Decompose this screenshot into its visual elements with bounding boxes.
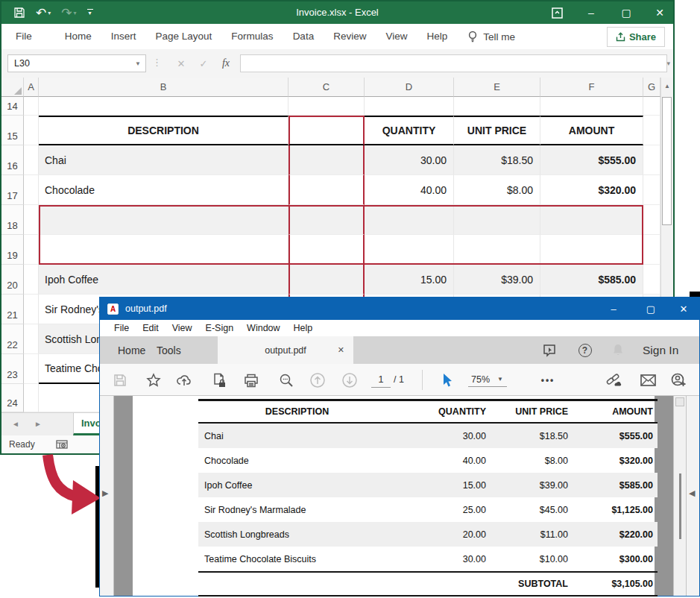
- menu-window[interactable]: Window: [240, 323, 286, 333]
- row-header[interactable]: 23: [1, 354, 24, 384]
- column-header-c[interactable]: C: [288, 78, 365, 97]
- sheet-nav-right-icon[interactable]: ►: [34, 420, 42, 428]
- tab-help[interactable]: Help: [417, 24, 457, 49]
- menu-esign[interactable]: E-Sign: [199, 323, 241, 333]
- pdf-vertical-scrollbar[interactable]: [673, 396, 686, 596]
- ribbon-display-options-icon[interactable]: [546, 1, 568, 24]
- acrobat-close-button[interactable]: ✕: [671, 298, 696, 320]
- tell-me-box[interactable]: Tell me: [467, 31, 515, 43]
- cell-amount[interactable]: $585.00: [540, 265, 643, 295]
- cell-amount[interactable]: $555.00: [540, 145, 643, 175]
- column-header-b[interactable]: B: [39, 78, 288, 97]
- excel-maximize-button[interactable]: ▢: [615, 1, 637, 24]
- tab-tools[interactable]: Tools: [157, 336, 181, 364]
- row-header[interactable]: 18: [1, 205, 24, 235]
- row-header[interactable]: 16: [1, 145, 24, 175]
- save-icon[interactable]: [110, 371, 130, 390]
- cell-c15[interactable]: [288, 116, 365, 145]
- insert-function-icon[interactable]: fx: [216, 54, 236, 72]
- column-header-e[interactable]: E: [454, 78, 540, 97]
- cell-price[interactable]: $8.00: [454, 175, 540, 205]
- cell-desc[interactable]: Chai: [39, 145, 288, 175]
- tab-data[interactable]: Data: [283, 24, 324, 49]
- row-header[interactable]: 15: [1, 116, 24, 145]
- cell-qty[interactable]: 40.00: [365, 175, 454, 205]
- page-lock-icon[interactable]: [209, 371, 229, 390]
- tab-home[interactable]: Home: [118, 336, 145, 364]
- row-header[interactable]: 14: [1, 97, 24, 116]
- row-header[interactable]: 19: [1, 235, 24, 265]
- column-header-f[interactable]: F: [540, 78, 643, 97]
- pdf-scrollbar-top[interactable]: [675, 397, 684, 406]
- acrobat-minimize-button[interactable]: –: [601, 298, 626, 320]
- scrollbar-thumb[interactable]: [662, 97, 672, 225]
- tab-review[interactable]: Review: [324, 24, 376, 49]
- profile-add-icon[interactable]: [669, 371, 688, 390]
- cell-description-header[interactable]: DESCRIPTION: [39, 116, 288, 145]
- cell-desc[interactable]: Chocolade: [39, 175, 288, 205]
- cell-qty[interactable]: 15.00: [365, 265, 454, 295]
- tab-file[interactable]: File: [6, 24, 42, 49]
- acrobat-maximize-button[interactable]: ▢: [638, 298, 663, 320]
- excel-close-button[interactable]: ✕: [649, 1, 671, 24]
- row-header[interactable]: 17: [1, 175, 24, 205]
- select-cursor-icon[interactable]: [437, 371, 456, 390]
- cancel-entry-icon[interactable]: ✕: [171, 54, 191, 72]
- expand-left-pane-icon[interactable]: ▶: [102, 488, 108, 498]
- email-icon[interactable]: [638, 371, 658, 390]
- right-pane-strip[interactable]: ◀: [686, 396, 699, 596]
- redo-button[interactable]: ↷▾: [61, 7, 76, 19]
- print-icon[interactable]: [242, 371, 261, 390]
- row-header[interactable]: 22: [1, 324, 24, 354]
- star-favorites-icon[interactable]: [144, 371, 163, 390]
- cell-quantity-header[interactable]: QUANTITY: [365, 116, 454, 145]
- row-header[interactable]: 21: [1, 295, 24, 324]
- menu-help[interactable]: Help: [287, 323, 320, 333]
- row-header[interactable]: 20: [1, 265, 24, 295]
- tab-page-layout[interactable]: Page Layout: [146, 24, 222, 49]
- share-button[interactable]: Share: [607, 27, 665, 47]
- name-box[interactable]: L30 ▼: [7, 54, 146, 72]
- cell-price[interactable]: $18.50: [454, 145, 540, 175]
- pdf-scrollbar-thumb[interactable]: [679, 473, 681, 539]
- formula-input[interactable]: [240, 54, 667, 72]
- select-all-corner[interactable]: [1, 78, 24, 97]
- cell-price[interactable]: $39.00: [454, 265, 540, 295]
- share-link-icon[interactable]: [604, 371, 623, 390]
- formula-bar-expand-icon[interactable]: ▾: [666, 60, 670, 67]
- column-header-g[interactable]: G: [643, 78, 660, 97]
- menu-file[interactable]: File: [107, 323, 136, 333]
- next-page-icon[interactable]: [340, 371, 359, 390]
- search-icon[interactable]: [277, 371, 296, 390]
- close-tab-icon[interactable]: ✕: [338, 345, 344, 355]
- tab-insert[interactable]: Insert: [101, 24, 146, 49]
- document-tab[interactable]: output.pdf ✕: [218, 336, 353, 364]
- tab-view[interactable]: View: [376, 24, 417, 49]
- previous-page-icon[interactable]: [308, 371, 327, 390]
- left-pane-strip[interactable]: ▶: [100, 396, 114, 596]
- notification-bell-icon[interactable]: [608, 341, 627, 359]
- cell-amount-header[interactable]: AMOUNT: [540, 116, 643, 145]
- excel-minimize-button[interactable]: –: [580, 1, 602, 24]
- save-icon[interactable]: [13, 7, 25, 19]
- cell-desc[interactable]: Ipoh Coffee: [39, 265, 288, 295]
- tab-home[interactable]: Home: [55, 24, 101, 49]
- row-header[interactable]: 24: [1, 384, 24, 412]
- name-box-caret-icon[interactable]: ▼: [135, 60, 141, 67]
- more-tools-icon[interactable]: •••: [537, 371, 559, 390]
- zoom-level-dropdown[interactable]: 75% ▼: [468, 372, 507, 387]
- menu-edit[interactable]: Edit: [136, 323, 165, 333]
- column-header-d[interactable]: D: [365, 78, 454, 97]
- tab-formulas[interactable]: Formulas: [221, 24, 283, 49]
- menu-view[interactable]: View: [165, 323, 199, 333]
- help-icon[interactable]: ?: [576, 341, 594, 359]
- sign-in-button[interactable]: Sign In: [643, 336, 678, 364]
- share-cloud-icon[interactable]: [174, 371, 194, 390]
- sheet-nav-left-icon[interactable]: ◄: [12, 420, 19, 428]
- undo-button[interactable]: ↶▾: [36, 7, 51, 19]
- scroll-up-icon[interactable]: ▲: [661, 78, 673, 94]
- macro-record-icon[interactable]: [56, 440, 68, 449]
- column-header-a[interactable]: A: [24, 78, 39, 97]
- cell-qty[interactable]: 30.00: [365, 145, 454, 175]
- expand-right-pane-icon[interactable]: ◀: [689, 488, 695, 498]
